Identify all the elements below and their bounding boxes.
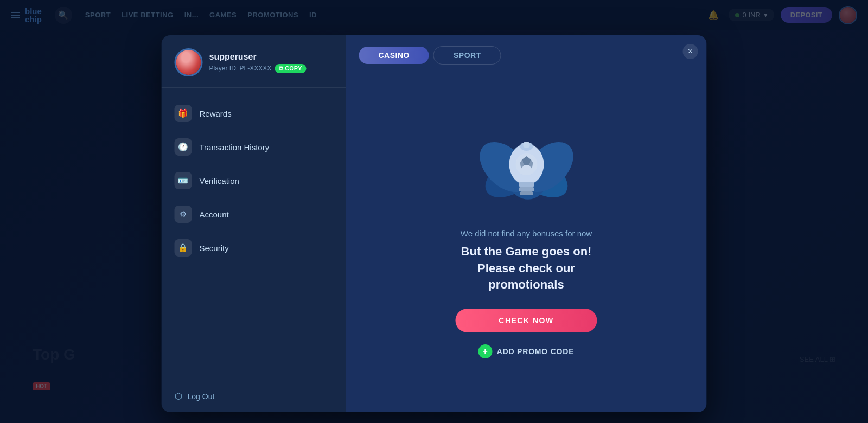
rewards-icon: 🎁 [175,105,192,122]
svg-rect-7 [519,187,534,191]
check-now-button[interactable]: CHECK NOW [455,309,597,332]
transaction-history-icon: 🕐 [175,138,192,156]
svg-rect-8 [520,191,533,195]
copy-id-button[interactable]: ⧉ COPY [275,64,306,73]
sidebar-item-account[interactable]: ⚙ Account [162,197,346,231]
tab-bar: CASINO SPORT [346,35,707,65]
bonus-content: We did not find any bonuses for now But … [346,65,707,412]
logout-icon: ⬡ [175,391,182,401]
sidebar-item-rewards[interactable]: 🎁 Rewards [162,97,346,130]
plus-circle-icon: + [478,344,493,358]
sidebar-item-verification[interactable]: 🪪 Verification [162,164,346,197]
rewards-label: Rewards [200,109,232,118]
copy-label: COPY [285,65,302,72]
verification-label: Verification [200,176,239,185]
avatar-image [176,50,201,75]
user-info: supperuser Player ID: PL-XXXXX ⧉ COPY [209,52,333,73]
no-bonus-illustration [477,118,575,216]
svg-rect-11 [523,142,529,148]
close-button[interactable]: × [683,44,698,59]
add-promo-label: ADD PROMO CODE [497,347,575,356]
tab-casino[interactable]: CASINO [359,47,429,64]
player-id-row: Player ID: PL-XXXXX ⧉ COPY [209,64,333,73]
add-promo-button[interactable]: + ADD PROMO CODE [478,344,575,358]
account-label: Account [200,210,229,219]
user-avatar [175,48,203,76]
user-header: supperuser Player ID: PL-XXXXX ⧉ COPY [162,35,346,88]
transaction-history-label: Transaction History [200,143,270,152]
verification-icon: 🪪 [175,172,192,189]
player-id-text: Player ID: PL-XXXXX [209,65,272,72]
logout-label: Log Out [188,392,215,401]
sidebar-nav: 🎁 Rewards 🕐 Transaction History 🪪 Verifi… [162,88,346,380]
tab-sport[interactable]: SPORT [433,46,501,65]
main-content-panel: × CASINO SPORT [346,35,707,412]
security-icon: 🔒 [175,239,192,257]
logout-area: ⬡ Log Out [162,380,346,412]
copy-icon: ⧉ [279,65,283,72]
username: supperuser [209,52,333,62]
no-bonus-message: We did not find any bonuses for now [461,229,592,238]
sidebar-item-transaction-history[interactable]: 🕐 Transaction History [162,130,346,164]
sidebar-item-security[interactable]: 🔒 Security [162,231,346,265]
profile-modal: supperuser Player ID: PL-XXXXX ⧉ COPY 🎁 … [162,35,707,412]
account-icon: ⚙ [175,206,192,223]
sidebar-panel: supperuser Player ID: PL-XXXXX ⧉ COPY 🎁 … [162,35,346,412]
game-goes-on-message: But the Game goes on! Please check our p… [445,243,608,293]
svg-rect-6 [519,182,534,187]
security-label: Security [200,243,229,253]
logout-button[interactable]: ⬡ Log Out [175,391,215,401]
